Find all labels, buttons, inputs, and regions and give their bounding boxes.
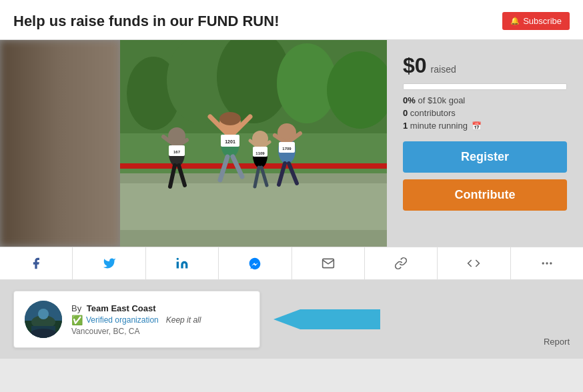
org-avatar	[25, 301, 62, 338]
org-by-label: By Team East Coast	[71, 303, 249, 313]
image-placeholder: 1201 167	[0, 40, 387, 247]
svg-text:1201: 1201	[225, 139, 235, 144]
running-time: 1	[403, 121, 408, 131]
register-button[interactable]: Register	[403, 141, 567, 173]
svg-point-46	[550, 262, 552, 264]
svg-point-44	[542, 262, 544, 264]
contributors-count: 0	[403, 108, 408, 118]
arrow-container	[273, 303, 380, 336]
embed-share[interactable]	[438, 247, 510, 279]
social-bar	[0, 247, 583, 280]
org-verified: ✅ Verified organization Keep it all	[71, 315, 249, 325]
progress-bar-container	[403, 83, 567, 90]
svg-text:1709: 1709	[282, 147, 292, 151]
twitter-share[interactable]	[73, 247, 145, 279]
org-info: By Team East Coast ✅ Verified organizati…	[71, 303, 249, 336]
org-location: Vancouver, BC, CA	[71, 327, 249, 336]
contributors-stat: 0 contributors	[403, 108, 567, 118]
verified-label: Verified organization	[86, 315, 159, 325]
org-card: By Team East Coast ✅ Verified organizati…	[13, 291, 260, 348]
calendar-icon: 📅	[472, 121, 482, 131]
report-link[interactable]: Report	[544, 337, 570, 347]
svg-marker-53	[273, 309, 380, 329]
goal-stat: 0% of $10k goal	[403, 95, 567, 105]
link-share[interactable]	[365, 247, 438, 279]
embed-icon	[466, 257, 481, 270]
raised-label: raised	[431, 64, 456, 75]
running-label: minute running	[410, 121, 470, 131]
header: Help us raise funds in our FUND RUN! Sub…	[0, 0, 583, 40]
stats-section: $0 raised 0% of $10k goal 0 contributors…	[387, 40, 583, 247]
keep-it-all: Keep it all	[166, 315, 201, 325]
page-title: Help us raise funds in our FUND RUN!	[13, 13, 279, 30]
linkedin-icon	[175, 257, 189, 270]
contributors-label: contributors	[410, 108, 456, 118]
main-content: 1201 167	[0, 40, 583, 247]
svg-text:167: 167	[173, 150, 181, 154]
background-svg: 1201 167	[120, 40, 387, 247]
campaign-image: 1201 167	[0, 40, 387, 247]
svg-point-45	[546, 262, 548, 264]
page-wrapper: Help us raise funds in our FUND RUN! Sub…	[0, 0, 583, 359]
action-buttons: Register Contribute	[403, 141, 567, 211]
goal-text: of $10k goal	[418, 95, 465, 105]
org-name: Team East Coast	[87, 303, 156, 313]
messenger-icon	[248, 257, 261, 270]
avatar-image	[25, 301, 62, 338]
goal-percent: 0%	[403, 95, 416, 105]
svg-rect-8	[120, 183, 387, 230]
svg-text:1109: 1109	[255, 151, 265, 155]
more-icon	[540, 257, 554, 270]
verified-icon: ✅	[71, 315, 83, 325]
svg-point-50	[38, 309, 49, 319]
raised-amount: $0	[403, 53, 427, 78]
facebook-icon	[29, 257, 43, 270]
runners-image: 1201 167	[120, 40, 387, 247]
email-share[interactable]	[292, 247, 365, 279]
email-icon	[322, 257, 335, 270]
running-stat: 1 minute running 📅	[403, 121, 567, 131]
svg-point-12	[219, 112, 241, 125]
subscribe-button[interactable]: Subscribe	[502, 12, 570, 30]
footer-section: By Team East Coast ✅ Verified organizati…	[0, 280, 583, 359]
svg-point-43	[177, 258, 179, 260]
twitter-icon	[103, 257, 116, 270]
svg-rect-9	[120, 163, 387, 169]
contribute-button[interactable]: Contribute	[403, 179, 567, 211]
amount-raised: $0 raised	[403, 53, 567, 78]
messenger-share[interactable]	[219, 247, 292, 279]
linkedin-share[interactable]	[146, 247, 219, 279]
blur-left	[0, 40, 120, 247]
arrow-icon	[273, 303, 380, 336]
facebook-share[interactable]	[0, 247, 73, 279]
more-share[interactable]	[511, 247, 583, 279]
link-icon	[394, 257, 408, 270]
